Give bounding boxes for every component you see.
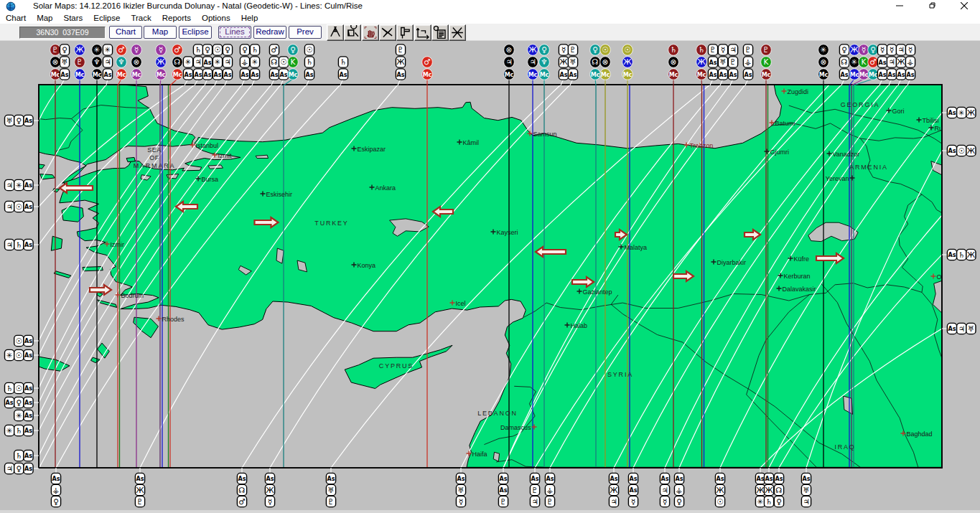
- travel-plane-button[interactable]: [379, 24, 396, 41]
- glyph-cell: ☊: [269, 57, 279, 67]
- glyph-cell: Ж: [135, 484, 144, 495]
- glyph: ☊: [238, 486, 245, 494]
- toolbar-button-chart[interactable]: Chart: [109, 26, 142, 39]
- report-info-button[interactable]: [431, 24, 449, 41]
- glyph-cell: ♀: [14, 115, 24, 126]
- glyph-cell: As: [223, 69, 232, 80]
- glyph: Ж: [967, 250, 976, 259]
- glyph: ☿: [561, 45, 566, 54]
- glyph: Ж: [756, 486, 765, 494]
- glyph: ♀: [841, 45, 847, 54]
- glyph: As: [24, 118, 32, 124]
- glyph-cell: ♇: [135, 496, 144, 507]
- glyph-cell: As: [628, 473, 638, 484]
- glyph: As: [757, 476, 765, 482]
- glyph: ☉: [214, 45, 220, 54]
- menu-chart[interactable]: Chart: [0, 14, 32, 22]
- glyph: As: [630, 487, 638, 494]
- glyph: ✳: [821, 45, 827, 54]
- glyph-cell: ♃: [504, 57, 515, 68]
- glyph-cell: As: [24, 115, 33, 126]
- paint-roller-button[interactable]: [396, 24, 414, 41]
- menu-stars[interactable]: Stars: [58, 14, 88, 22]
- glyph-cell: Ж: [849, 44, 860, 56]
- glyph-cell: Ж: [265, 484, 274, 495]
- glyph: As: [948, 252, 956, 258]
- glyph-cell: ✳: [250, 57, 259, 67]
- maximize-button[interactable]: [915, 0, 948, 11]
- glyph: ☿: [862, 45, 866, 54]
- glyph: ♂: [271, 45, 277, 54]
- glyph: ♄: [16, 451, 22, 460]
- glyph-cell: ♃: [103, 57, 112, 67]
- land-polygon: [134, 317, 159, 338]
- menu-options[interactable]: Options: [197, 14, 236, 22]
- menu-help[interactable]: Help: [235, 14, 263, 22]
- glyph-cell: Mc: [422, 69, 433, 80]
- glyph: Mc: [762, 72, 771, 78]
- map-canvas[interactable]: IstanbulIzmitBursaEskisehirAnkaraEskipaz…: [0, 41, 980, 513]
- glyph-cell: Ж: [966, 145, 976, 156]
- glyph-cell: ♃: [801, 496, 811, 507]
- glyph-cell: ✳: [183, 57, 192, 67]
- glyph-cell: As: [715, 473, 724, 484]
- glyph: As: [214, 72, 222, 78]
- glyph: ♇: [76, 57, 83, 66]
- glyph: ⚶: [676, 486, 683, 494]
- glyph-cell: ♄: [5, 382, 14, 393]
- zoom-button[interactable]: [344, 24, 361, 41]
- region-label: SEA: [147, 146, 162, 154]
- city-orumiyeh: Orumiyeh: [931, 273, 965, 281]
- glyph-cell: ✳: [5, 349, 14, 360]
- glyph-cell: Ж: [559, 57, 568, 67]
- glyph: As: [719, 72, 727, 78]
- toolbar-button-map[interactable]: Map: [144, 26, 177, 39]
- glyph-cell: As: [269, 69, 279, 80]
- toolbar-button-eclipse[interactable]: Eclipse: [179, 26, 212, 39]
- glyph-cell: Ж: [755, 484, 765, 495]
- toolbar-button-redraw[interactable]: Redraw: [253, 26, 286, 39]
- glyph-cell: As: [265, 473, 274, 484]
- menu-map[interactable]: Map: [32, 14, 58, 22]
- track-tool-button[interactable]: [327, 24, 344, 41]
- city-name: Icel: [456, 300, 466, 307]
- glyph-cell: As: [628, 484, 638, 495]
- glyph: ⚶: [745, 57, 752, 66]
- glyph: ♅: [803, 486, 809, 494]
- glyph: Ж: [559, 57, 568, 66]
- glyph-cell: As: [202, 57, 212, 67]
- glyph: ♃: [958, 324, 964, 333]
- pan-hand-icon: [363, 25, 378, 40]
- glyph-cell: ⊗: [50, 57, 61, 68]
- city-name: Gori: [892, 108, 905, 115]
- glyph: ♄: [251, 45, 258, 54]
- city-name: Samsun: [533, 131, 557, 138]
- close-button[interactable]: [948, 0, 980, 11]
- delete-lines-button[interactable]: [449, 24, 466, 41]
- glyph: Mc: [505, 72, 514, 78]
- city-name: Malatya: [625, 244, 648, 251]
- menu-eclipse[interactable]: Eclipse: [88, 14, 126, 22]
- toolbar-button-prev[interactable]: Prev: [289, 26, 322, 39]
- glyph-cell: ♅: [5, 115, 14, 126]
- glyph: As: [306, 72, 314, 78]
- menu-reports[interactable]: Reports: [157, 14, 196, 22]
- glyph: ♃: [729, 45, 736, 54]
- glyph-cell: ♀: [14, 463, 24, 474]
- menu-track[interactable]: Track: [126, 14, 157, 22]
- glyph-cell: Ж: [896, 57, 905, 67]
- glyph-cell: ♄: [764, 496, 773, 507]
- glyph: ♅: [457, 486, 464, 494]
- region-label: LEBANON: [477, 410, 518, 417]
- relocate-axes-button[interactable]: [414, 24, 431, 41]
- glyph: As: [500, 476, 508, 482]
- glyph-cell: ♅: [326, 484, 335, 495]
- glyph-cell: ♅: [60, 57, 69, 67]
- glyph-cell: As: [24, 425, 33, 436]
- toolbar-button-lines[interactable]: Lines: [218, 26, 251, 39]
- pan-hand-button[interactable]: [362, 24, 379, 41]
- glyph: ☿: [880, 45, 885, 54]
- glyph-cell: As: [708, 69, 717, 80]
- glyph-cell: ♀: [60, 44, 69, 55]
- minimize-button[interactable]: [883, 0, 915, 11]
